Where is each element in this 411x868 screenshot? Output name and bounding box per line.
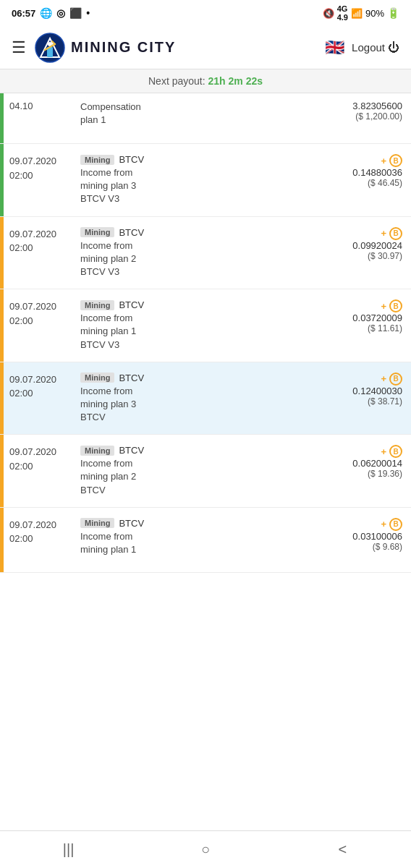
table-row: 09.07.2020 02:00 Mining BTCV Income from… bbox=[0, 435, 411, 508]
camera-icon: ⬛ bbox=[69, 7, 82, 19]
status-time: 06:57 🌐 ◎ ⬛ • bbox=[12, 7, 90, 19]
amount-value: 0.09920024 bbox=[323, 240, 402, 251]
row-date: 09.07.2020 02:00 bbox=[9, 518, 75, 546]
tag-currency: BTCV bbox=[119, 373, 144, 383]
back-icon: < bbox=[338, 841, 347, 858]
btc-icon: B bbox=[389, 373, 402, 386]
logo-container: MINING CITY bbox=[35, 33, 176, 63]
app-title: MINING CITY bbox=[71, 39, 176, 56]
www-icon: 🌐 bbox=[40, 7, 52, 19]
row-content: 09.07.2020 02:00 Mining BTCV Income from… bbox=[4, 508, 411, 572]
payout-banner: Next payout: 21h 2m 22s bbox=[0, 69, 411, 93]
table-row: 09.07.2020 02:00 Mining BTCV Income from… bbox=[0, 289, 411, 362]
amount-value: 0.03100006 bbox=[323, 531, 402, 542]
recent-apps-button[interactable]: ||| bbox=[47, 835, 90, 864]
row-tags: Mining BTCV bbox=[80, 445, 317, 456]
row-date: 09.07.2020 02:00 bbox=[9, 299, 75, 328]
btc-icon: B bbox=[389, 299, 402, 312]
battery-percent: 90% bbox=[365, 8, 384, 19]
amount-usd: ($ 19.36) bbox=[323, 469, 402, 479]
amount-usd: ($ 11.61) bbox=[323, 323, 402, 333]
row-amount: 3.82305600 ($ 1,200.00) bbox=[323, 101, 402, 122]
row-tags: Mining BTCV bbox=[80, 373, 317, 383]
row-description: Mining BTCV Income from mining plan 1 bbox=[80, 518, 317, 556]
row-description: Mining BTCV Income from mining plan 2 BT… bbox=[80, 227, 317, 279]
table-row: 09.07.2020 02:00 Mining BTCV Income from… bbox=[0, 217, 411, 290]
table-row: 09.07.2020 02:00 Mining BTCV Income from… bbox=[0, 144, 411, 217]
plus-sign: + bbox=[381, 301, 386, 312]
payout-time: 21h 2m 22s bbox=[208, 75, 263, 87]
row-tags: Mining BTCV bbox=[80, 518, 317, 529]
menu-button[interactable]: ☰ bbox=[12, 38, 26, 57]
row-tags: Mining BTCV bbox=[80, 227, 317, 238]
tag-currency: BTCV bbox=[119, 227, 144, 238]
row-amount: + B 0.03720009 ($ 11.61) bbox=[323, 299, 402, 333]
language-flag[interactable]: 🇬🇧 bbox=[325, 38, 344, 57]
tag-currency: BTCV bbox=[119, 299, 144, 310]
tag-mining: Mining bbox=[80, 446, 114, 456]
location-icon: ◎ bbox=[56, 7, 65, 19]
btc-icon: B bbox=[389, 154, 402, 167]
row-amount: + B 0.09920024 ($ 30.97) bbox=[323, 227, 402, 261]
battery-icon: 🔋 bbox=[387, 7, 399, 19]
tag-currency: BTCV bbox=[119, 518, 144, 529]
row-content: 09.07.2020 02:00 Mining BTCV Income from… bbox=[4, 217, 411, 289]
row-amount: + B 0.06200014 ($ 19.36) bbox=[323, 445, 402, 479]
status-right-icons: 🔇 4G4.9 📶 90% 🔋 bbox=[323, 4, 399, 22]
row-tags: Mining BTCV bbox=[80, 299, 317, 310]
row-content: 04.10 Compensation plan 1 3.82305600 ($ … bbox=[4, 93, 411, 143]
row-content: 09.07.2020 02:00 Mining BTCV Income from… bbox=[4, 362, 411, 435]
amount-value: 0.03720009 bbox=[323, 312, 402, 323]
table-row: 04.10 Compensation plan 1 3.82305600 ($ … bbox=[0, 93, 411, 144]
plus-sign: + bbox=[381, 519, 386, 529]
tag-mining: Mining bbox=[80, 373, 114, 383]
row-date: 04.10 bbox=[9, 101, 75, 111]
time-display: 06:57 bbox=[12, 8, 35, 19]
btc-icon: B bbox=[389, 227, 402, 240]
row-content: 09.07.2020 02:00 Mining BTCV Income from… bbox=[4, 435, 411, 507]
home-button[interactable]: ○ bbox=[184, 835, 227, 864]
back-button[interactable]: < bbox=[321, 835, 364, 864]
plus-sign: + bbox=[381, 228, 386, 239]
logo-icon bbox=[35, 33, 65, 63]
power-icon: ⏻ bbox=[388, 41, 399, 54]
transaction-list: 04.10 Compensation plan 1 3.82305600 ($ … bbox=[0, 93, 411, 573]
row-description: Mining BTCV Income from mining plan 2 BT… bbox=[80, 445, 317, 497]
mute-icon: 🔇 bbox=[323, 8, 334, 19]
logout-label: Logout bbox=[352, 41, 385, 54]
amount-usd: ($ 30.97) bbox=[323, 251, 402, 261]
amount-usd: ($ 9.68) bbox=[323, 542, 402, 552]
table-row: 09.07.2020 02:00 Mining BTCV Income from… bbox=[0, 362, 411, 435]
plus-sign: + bbox=[381, 446, 386, 457]
tag-mining: Mining bbox=[80, 518, 114, 528]
app-header: ☰ MINING CITY 🇬🇧 Logout ⏻ bbox=[0, 26, 411, 69]
logout-button[interactable]: Logout ⏻ bbox=[352, 41, 399, 54]
table-row: 09.07.2020 02:00 Mining BTCV Income from… bbox=[0, 508, 411, 573]
tag-mining: Mining bbox=[80, 155, 114, 165]
tag-mining: Mining bbox=[80, 227, 114, 237]
status-bar: 06:57 🌐 ◎ ⬛ • 🔇 4G4.9 📶 90% 🔋 bbox=[0, 0, 411, 26]
btc-icon: B bbox=[389, 518, 402, 531]
plus-sign: + bbox=[381, 373, 386, 384]
row-description: Mining BTCV Income from mining plan 3 BT… bbox=[80, 373, 317, 425]
amount-usd: ($ 38.71) bbox=[323, 396, 402, 407]
row-amount: + B 0.14880036 ($ 46.45) bbox=[323, 154, 402, 188]
header-left: ☰ MINING CITY bbox=[12, 33, 176, 63]
row-date: 09.07.2020 02:00 bbox=[9, 227, 75, 255]
plus-sign: + bbox=[381, 156, 386, 166]
tag-mining: Mining bbox=[80, 300, 114, 310]
header-right: 🇬🇧 Logout ⏻ bbox=[325, 38, 399, 57]
amount-value: 0.06200014 bbox=[323, 458, 402, 469]
tag-currency: BTCV bbox=[119, 154, 144, 165]
row-date: 09.07.2020 02:00 bbox=[9, 154, 75, 182]
row-date: 09.07.2020 02:00 bbox=[9, 445, 75, 473]
row-date: 09.07.2020 02:00 bbox=[9, 373, 75, 401]
payout-prefix: Next payout: bbox=[148, 75, 206, 87]
row-amount: + B 0.03100006 ($ 9.68) bbox=[323, 518, 402, 552]
row-description: Compensation plan 1 bbox=[80, 101, 317, 127]
home-icon: ○ bbox=[201, 841, 210, 858]
amount-value: 0.14880036 bbox=[323, 167, 402, 178]
row-description: Mining BTCV Income from mining plan 3 BT… bbox=[80, 154, 317, 206]
signal-icon: 📶 bbox=[351, 8, 363, 19]
recent-apps-icon: ||| bbox=[63, 841, 75, 858]
